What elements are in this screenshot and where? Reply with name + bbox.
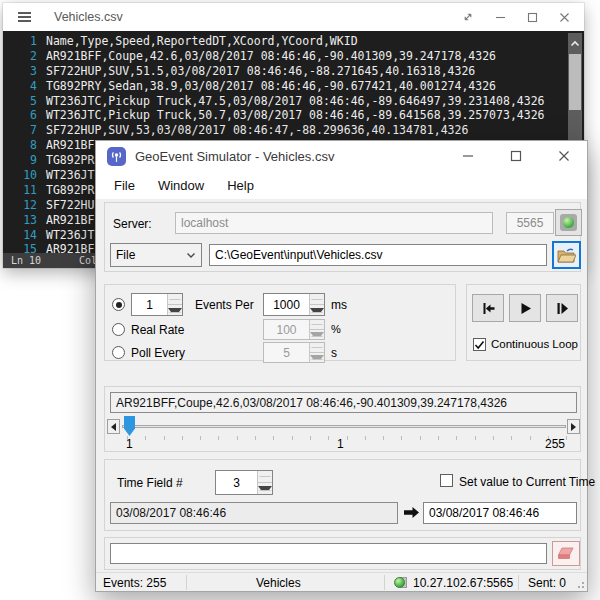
stepper-down-icon[interactable] (168, 305, 182, 315)
ms-unit-label: ms (331, 298, 347, 312)
stepper-down-icon[interactable] (258, 483, 272, 494)
menu-help[interactable]: Help (227, 178, 254, 193)
events-per-label: Events Per (195, 298, 254, 312)
simulation-name: Vehicles (256, 576, 301, 590)
editor-window-title: Vehicles.csv (54, 10, 123, 24)
editor-minimize-button[interactable] (490, 7, 510, 27)
statusbar-divider (186, 575, 187, 590)
menu-hamburger-icon[interactable] (18, 10, 31, 25)
playback-group: Continuous Loop (466, 284, 581, 361)
event-slider-track[interactable] (122, 425, 566, 428)
file-path-input[interactable]: C:\GeoEvent\input\Vehicles.csv (209, 244, 547, 266)
time-field-label: Time Field # (117, 476, 183, 490)
open-folder-icon (557, 248, 576, 263)
continuous-loop-checkbox[interactable] (473, 338, 486, 351)
browse-file-button[interactable] (552, 241, 581, 269)
log-output-field (110, 543, 547, 564)
current-time-checkbox[interactable] (440, 474, 453, 487)
stepper-up-icon[interactable] (310, 294, 324, 305)
close-icon (559, 12, 570, 23)
csv-line: 2AR921BFF,Coupe,42.6,03/08/2017 08:46:46… (3, 49, 584, 64)
sim-minimize-button[interactable] (457, 145, 479, 167)
scroll-up-icon[interactable] (568, 37, 582, 51)
sent-count: Sent: 0 (528, 576, 566, 590)
real-rate-stepper: 100 (263, 319, 325, 340)
server-group: Server: localhost 5565 File C:\GeoEvent\… (104, 202, 581, 272)
statusbar-divider (518, 575, 519, 590)
real-rate-radio[interactable] (112, 323, 125, 336)
server-host-input[interactable]: localhost (175, 212, 493, 234)
minimize-icon (462, 150, 474, 162)
sim-maximize-button[interactable] (505, 145, 527, 167)
slider-right-button[interactable] (567, 419, 580, 434)
arrow-right-icon (571, 423, 576, 431)
slider-max-label: 255 (545, 437, 565, 451)
log-group (104, 537, 581, 570)
time-from-input: 03/08/2017 08:46:46 (110, 502, 398, 524)
poll-stepper: 5 (263, 342, 325, 363)
step-one-event-button[interactable] (546, 294, 578, 322)
csv-line: 3SF722HUP,SUV,51.5,03/08/2017 08:46:46,-… (3, 64, 584, 79)
stepper-up-icon[interactable] (168, 294, 182, 305)
seconds-unit-label: s (331, 346, 337, 360)
play-button[interactable] (509, 294, 541, 322)
editor-maximize-button[interactable] (522, 7, 542, 27)
checkmark-icon (474, 340, 485, 350)
resize-grip[interactable] (575, 579, 585, 589)
interval-stepper[interactable]: 1000 (263, 293, 325, 316)
current-event-display: AR921BFF,Coupe,42.6,03/08/2017 08:46:46,… (110, 392, 577, 413)
percent-unit-label: % (331, 323, 341, 335)
status-line-indicator: Ln 10 (11, 253, 41, 268)
server-port-input[interactable]: 5565 (506, 212, 554, 234)
geoevent-simulator-window: GeoEvent Simulator - Vehicles.csv File W… (95, 140, 588, 592)
skip-to-start-icon (481, 302, 496, 315)
time-field-stepper[interactable]: 3 (215, 470, 273, 495)
menubar: File Window Help (96, 171, 587, 199)
sim-close-button[interactable] (553, 145, 575, 167)
events-per-radio[interactable] (112, 298, 125, 311)
csv-line: 1Name,Type,Speed,ReportedDT,XCoord,YCoor… (3, 34, 584, 49)
poll-every-label: Poll Every (131, 346, 185, 360)
diagonal-expand-icon (462, 11, 474, 23)
eraser-icon (557, 547, 575, 560)
time-to-input[interactable]: 03/08/2017 08:46:46 (423, 502, 577, 524)
event-slider-thumb[interactable] (124, 416, 135, 436)
event-group: AR921BFF,Coupe,42.6,03/08/2017 08:46:46,… (104, 386, 581, 452)
csv-line: 7SF722HUP,SUV,53,03/08/2017 08:46:47,-88… (3, 123, 584, 138)
editor-expand-button[interactable] (458, 7, 478, 27)
source-type-select[interactable]: File (110, 243, 202, 267)
simulator-statusbar: Events: 255 Vehicles 10.27.102.67:5565 S… (96, 572, 587, 591)
menu-window[interactable]: Window (158, 178, 204, 193)
play-icon (519, 302, 532, 315)
chevron-down-icon (186, 252, 196, 259)
scrollbar-thumb[interactable] (569, 54, 581, 110)
server-address: 10.27.102.67:5565 (413, 576, 513, 590)
editor-close-button[interactable] (554, 7, 574, 27)
close-icon (558, 150, 570, 162)
minimize-icon (495, 12, 506, 23)
stepper-down-icon[interactable] (310, 305, 324, 315)
clear-log-button[interactable] (552, 541, 580, 566)
slider-left-button[interactable] (107, 419, 120, 434)
arrow-left-icon (111, 423, 116, 431)
csv-line: 6WT236JTC,Pickup Truck,50.7,03/08/2017 0… (3, 108, 584, 123)
rate-group: 1 Events Per 1000 ms Real Rate 100 % Pol… (104, 284, 456, 361)
events-count: Events: 255 (103, 576, 166, 590)
csv-line: 5WT236JTC,Pickup Truck,47.5,03/08/2017 0… (3, 94, 584, 109)
rewind-to-start-button[interactable] (472, 294, 504, 322)
maximize-icon (527, 12, 538, 23)
editor-titlebar: Vehicles.csv (3, 3, 584, 31)
connect-button[interactable] (555, 209, 582, 236)
geoevent-logo-icon (107, 147, 126, 166)
simulator-titlebar: GeoEvent Simulator - Vehicles.csv (96, 141, 587, 171)
poll-every-radio[interactable] (112, 346, 125, 359)
statusbar-divider (384, 575, 385, 590)
simulator-window-title: GeoEvent Simulator - Vehicles.csv (135, 149, 334, 164)
real-rate-label: Real Rate (131, 323, 184, 337)
menu-file[interactable]: File (114, 178, 135, 193)
events-count-stepper[interactable]: 1 (131, 293, 183, 316)
slider-current-label: 1 (337, 437, 344, 451)
server-label: Server: (113, 217, 152, 231)
stepper-up-icon[interactable] (258, 471, 272, 483)
connection-status-icon (560, 214, 577, 231)
